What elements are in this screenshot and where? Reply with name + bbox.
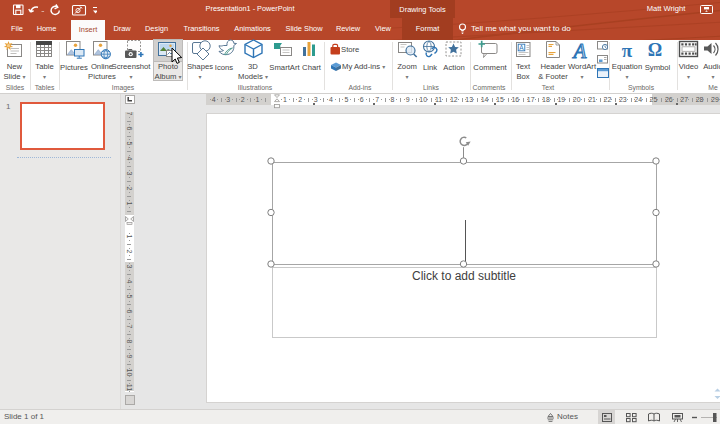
svg-text:A: A [519, 44, 524, 51]
svg-text:π: π [622, 40, 633, 61]
svg-text:Ω: Ω [648, 40, 662, 60]
svg-text:A: A [572, 39, 587, 63]
